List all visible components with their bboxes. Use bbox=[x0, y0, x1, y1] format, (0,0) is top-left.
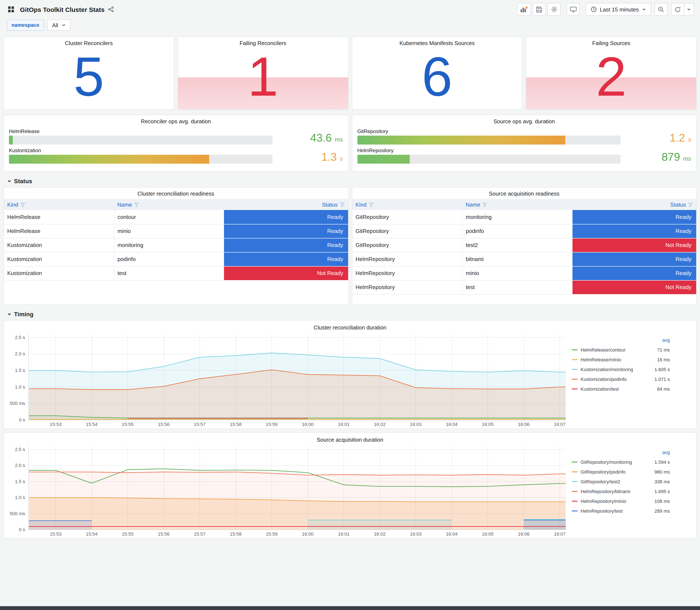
svg-text:15:58: 15:58 bbox=[230, 422, 242, 427]
svg-text:16:00: 16:00 bbox=[302, 422, 313, 427]
section-title: Status bbox=[14, 178, 32, 184]
legend-item[interactable]: HelmRelease/contour71 ms bbox=[572, 345, 670, 354]
panel-title[interactable]: Source acquisition duration bbox=[4, 433, 696, 444]
panel-title[interactable]: Source ops avg. duration bbox=[357, 115, 691, 125]
series-name: GitRepository/podinfo bbox=[581, 469, 625, 474]
variables-row: namespace All bbox=[0, 19, 700, 35]
status-cell: Ready bbox=[572, 252, 696, 266]
panel-title[interactable]: Cluster reconciliation duration bbox=[4, 321, 696, 332]
svg-text:15:59: 15:59 bbox=[266, 531, 278, 537]
column-header-name[interactable]: Name bbox=[114, 199, 224, 210]
panel-kubernetes-manifests-sources: Kubernetes Manifests Sources 6 bbox=[352, 36, 523, 110]
svg-text:16:06: 16:06 bbox=[518, 422, 530, 427]
variable-namespace-dropdown[interactable]: All bbox=[47, 19, 70, 31]
series-name: Kustomization/podinfo bbox=[581, 376, 626, 382]
series-name: Kustomization/test bbox=[581, 386, 619, 391]
add-panel-button[interactable] bbox=[517, 3, 531, 16]
legend-item[interactable]: Kustomization/test84 ms bbox=[572, 384, 670, 394]
name-cell: test2 bbox=[462, 238, 572, 252]
legend-item[interactable]: GitRepository/test2338 ms bbox=[572, 477, 670, 486]
section-row-status[interactable]: Status bbox=[7, 178, 697, 184]
table-row: HelmRepositorytestNot Ready bbox=[352, 280, 696, 294]
chart-legend: avgGitRepository/monitoring1.594 sGitRep… bbox=[569, 444, 696, 538]
gauge-track bbox=[9, 135, 272, 145]
series-avg-value: 1.594 s bbox=[654, 459, 670, 464]
legend-item[interactable]: HelmRelease/minio16 ms bbox=[572, 354, 670, 364]
status-cell: Not Ready bbox=[572, 280, 696, 294]
legend-item[interactable]: HelmRepository/minio108 ms bbox=[572, 496, 670, 506]
legend-item[interactable]: Kustomization/monitoring1.605 s bbox=[572, 364, 670, 374]
series-name: Kustomization/monitoring bbox=[581, 367, 633, 372]
refresh-interval-dropdown[interactable] bbox=[684, 3, 694, 16]
table-row: HelmRepositorybitnamiReady bbox=[352, 252, 696, 266]
dashboard-header: GitOps Toolkit Cluster Stats Last 15 min… bbox=[0, 0, 700, 19]
share-icon[interactable] bbox=[106, 5, 116, 14]
svg-text:16:04: 16:04 bbox=[446, 531, 457, 537]
series-name: GitRepository/test2 bbox=[581, 479, 620, 484]
table-row: KustomizationtestNot Ready bbox=[4, 266, 348, 280]
apps-icon[interactable] bbox=[6, 4, 16, 14]
stat-value: 6 bbox=[352, 44, 522, 109]
time-series-plot[interactable]: 0 s500 ms1.0 s1.5 s2.0 s2.5 s15:5315:541… bbox=[4, 332, 569, 429]
time-range-picker[interactable]: Last 15 minutes bbox=[586, 3, 651, 16]
readiness-table: Kind Name Status HelmReleasecontourReady… bbox=[4, 199, 348, 280]
panel-title[interactable]: Reconciler ops avg. duration bbox=[9, 115, 343, 125]
kind-cell: HelmRepository bbox=[352, 266, 462, 280]
series-avg-value: 1.695 s bbox=[654, 488, 670, 494]
svg-text:15:53: 15:53 bbox=[50, 531, 61, 537]
legend-item[interactable]: HelmRepository/bitnami1.695 s bbox=[572, 486, 670, 496]
cycle-view-mode-button[interactable] bbox=[567, 3, 580, 16]
legend-item[interactable]: Kustomization/podinfo1.071 s bbox=[572, 374, 670, 384]
panel-title[interactable]: Source acquisition readiness bbox=[352, 188, 696, 198]
time-series-plot[interactable]: 0 s500 ms1.0 s1.5 s2.0 s2.5 s15:5315:541… bbox=[4, 444, 569, 538]
status-cell: Ready bbox=[572, 266, 696, 280]
series-avg-value: 1.605 s bbox=[654, 367, 670, 372]
panel-title[interactable]: Cluster reconciliation readiness bbox=[4, 188, 348, 198]
legend-item[interactable]: HelmRepository/test289 ms bbox=[572, 506, 670, 516]
section-row-timing[interactable]: Timing bbox=[7, 311, 697, 318]
svg-text:15:57: 15:57 bbox=[194, 422, 206, 427]
series-name: HelmRelease/minio bbox=[581, 357, 621, 362]
svg-text:15:54: 15:54 bbox=[86, 531, 98, 537]
filter-icon bbox=[340, 202, 344, 207]
svg-text:15:54: 15:54 bbox=[86, 422, 98, 427]
column-header-name[interactable]: Name bbox=[462, 199, 572, 210]
stat-value: 1 bbox=[178, 44, 348, 109]
svg-text:500 ms: 500 ms bbox=[10, 511, 25, 516]
column-header-status[interactable]: Status bbox=[572, 199, 696, 210]
column-header-kind[interactable]: Kind bbox=[352, 199, 462, 210]
refresh-button[interactable] bbox=[671, 3, 684, 16]
panel-source-acquisition-readiness: Source acquisition readiness Kind Name S… bbox=[352, 187, 697, 305]
series-color-line bbox=[572, 349, 577, 350]
save-icon bbox=[536, 6, 542, 13]
column-header-kind[interactable]: Kind bbox=[4, 199, 114, 210]
column-header-status[interactable]: Status bbox=[224, 199, 348, 210]
panel-cluster-reconciliation-duration: Cluster reconciliation duration 0 s500 m… bbox=[3, 320, 697, 429]
name-cell: test bbox=[462, 280, 572, 294]
chevron-down-icon bbox=[7, 178, 12, 183]
filter-icon bbox=[134, 202, 139, 207]
gauge-helmrepository: HelmRepository 879 ms bbox=[357, 147, 691, 164]
legend-sort-avg[interactable]: avg bbox=[572, 450, 670, 455]
dashboard-settings-button[interactable] bbox=[548, 3, 560, 16]
svg-text:2.0 s: 2.0 s bbox=[15, 463, 25, 468]
gauge-label: HelmRepository bbox=[357, 147, 620, 154]
zoom-out-button[interactable] bbox=[654, 3, 668, 16]
series-name: GitRepository/monitoring bbox=[581, 459, 632, 464]
add-panel-icon bbox=[520, 6, 528, 13]
svg-text:2.5 s: 2.5 s bbox=[15, 335, 25, 340]
table-row: KustomizationmonitoringReady bbox=[4, 238, 348, 252]
legend-item[interactable]: GitRepository/monitoring1.594 s bbox=[572, 457, 670, 467]
stat-value: 5 bbox=[4, 44, 174, 109]
save-dashboard-button[interactable] bbox=[533, 3, 546, 16]
dashboard: GitOps Toolkit Cluster Stats Last 15 min… bbox=[0, 0, 700, 610]
series-color-line bbox=[572, 481, 577, 482]
status-cell: Ready bbox=[224, 224, 348, 238]
status-cell: Ready bbox=[224, 252, 348, 266]
legend-item[interactable]: GitRepository/podinfo980 ms bbox=[572, 467, 670, 477]
chart-legend: avgHelmRelease/contour71 msHelmRelease/m… bbox=[569, 332, 696, 429]
legend-sort-avg[interactable]: avg bbox=[572, 338, 670, 343]
monitor-icon bbox=[570, 6, 576, 12]
toolbar: Last 15 minutes bbox=[514, 3, 694, 16]
svg-text:15:56: 15:56 bbox=[158, 422, 169, 427]
